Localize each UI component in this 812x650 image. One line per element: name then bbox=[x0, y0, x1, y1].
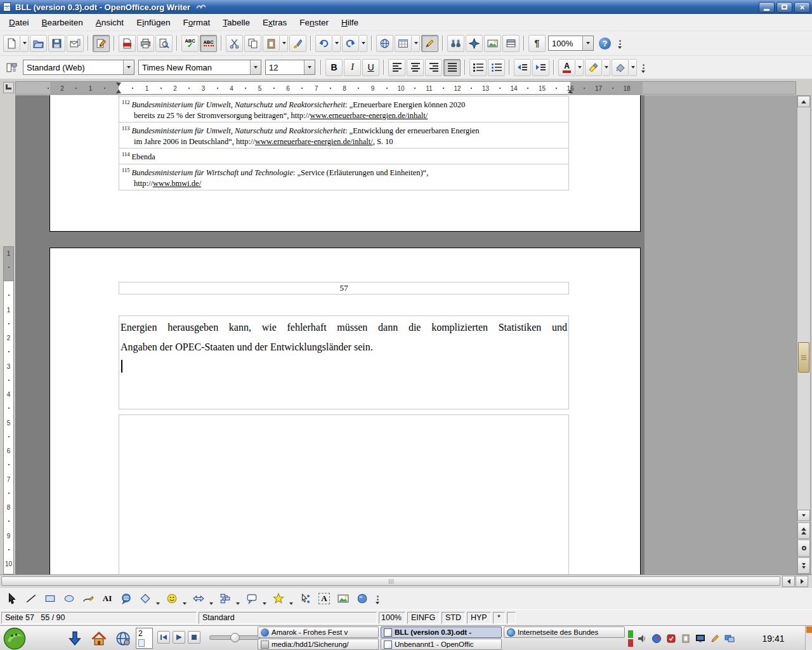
menu-extras[interactable]: Extras bbox=[256, 15, 293, 30]
background-color-button[interactable] bbox=[612, 59, 629, 76]
align-right-button[interactable] bbox=[425, 59, 442, 76]
decrease-indent-button[interactable] bbox=[514, 59, 531, 76]
numbered-list-button[interactable] bbox=[469, 59, 487, 76]
horizontal-ruler[interactable]: 12123456789101112131415161718 bbox=[15, 81, 796, 95]
task-button[interactable]: media:/hdd1/Sicherung/ bbox=[258, 639, 379, 650]
menu-bearbeiten[interactable]: Bearbeiten bbox=[36, 15, 89, 30]
italic-button[interactable]: I bbox=[344, 59, 361, 76]
task-button[interactable]: Unbenannt1 - OpenOffic bbox=[381, 639, 502, 650]
styles-window-button[interactable] bbox=[3, 59, 20, 76]
gallery-button[interactable] bbox=[484, 35, 501, 52]
menu-tabelle[interactable]: Tabelle bbox=[216, 15, 256, 30]
scroll-left-button[interactable] bbox=[782, 576, 795, 587]
bullet-list-button[interactable] bbox=[488, 59, 505, 76]
page-header[interactable]: 57 bbox=[119, 282, 569, 295]
undo-dropdown[interactable] bbox=[333, 35, 341, 52]
klipper-tray-icon[interactable] bbox=[665, 633, 677, 644]
show-draw-functions-button[interactable] bbox=[421, 35, 438, 52]
scroll-right-button[interactable] bbox=[796, 576, 808, 587]
status-page-info[interactable]: Seite 57 55 / 90 bbox=[1, 612, 197, 624]
paste-button[interactable] bbox=[263, 35, 280, 52]
left-indent-marker[interactable] bbox=[116, 90, 121, 93]
text-tool-button[interactable]: AI bbox=[98, 590, 116, 607]
basic-shapes-dropdown[interactable] bbox=[155, 590, 161, 607]
increase-indent-button[interactable] bbox=[532, 59, 549, 76]
horizontal-scrollbar[interactable] bbox=[0, 574, 812, 587]
body-text-frame[interactable]: Energien herausgeben kann, wie fehlerhaf… bbox=[119, 315, 569, 409]
spellcheck-button[interactable]: ABC✓ bbox=[181, 35, 199, 52]
callouts-dropdown[interactable] bbox=[261, 590, 268, 607]
stars-button[interactable] bbox=[270, 590, 287, 607]
block-arrows-dropdown[interactable] bbox=[208, 590, 214, 607]
background-color-dropdown[interactable] bbox=[629, 59, 637, 76]
font-name-combo[interactable]: Times New Roman bbox=[138, 60, 261, 75]
footnote-link[interactable]: www.erneuerbare-energien.de/inhalt/ bbox=[255, 137, 373, 146]
slider-knob[interactable] bbox=[230, 633, 240, 642]
find-replace-button[interactable] bbox=[447, 35, 464, 52]
previous-page-button[interactable] bbox=[797, 522, 810, 539]
menu-einfügen[interactable]: Einfügen bbox=[130, 15, 176, 30]
desktop-pager[interactable]: 2 bbox=[136, 628, 153, 649]
panel-hide-button[interactable] bbox=[805, 626, 812, 650]
align-left-button[interactable] bbox=[388, 59, 405, 76]
paragraph-style-dropdown[interactable] bbox=[123, 60, 134, 74]
footnote-link[interactable]: www.bmwi.de/ bbox=[153, 179, 201, 188]
select-tool-button[interactable] bbox=[3, 590, 21, 607]
ellipse-tool-button[interactable] bbox=[60, 590, 78, 607]
vertical-ruler[interactable]: 112345678910 bbox=[3, 95, 14, 574]
highlighting-button[interactable] bbox=[585, 59, 602, 76]
new-document-dropdown[interactable] bbox=[21, 35, 29, 52]
tab-stop-selector[interactable] bbox=[3, 82, 14, 93]
save-button[interactable] bbox=[48, 35, 65, 52]
font-size-combo[interactable]: 12 bbox=[265, 60, 315, 75]
rectangle-tool-button[interactable] bbox=[41, 590, 59, 607]
from-file-button[interactable] bbox=[334, 590, 352, 607]
footnote-table[interactable]: 112Bundesministerium für Umwelt, Natursc… bbox=[119, 96, 569, 190]
task-button[interactable]: Amarok - Frohes Fest v bbox=[258, 627, 379, 638]
amarok-tray-icon[interactable] bbox=[651, 633, 662, 644]
scroll-down-button[interactable] bbox=[797, 510, 810, 521]
clipboard-tray-icon[interactable] bbox=[680, 633, 691, 644]
callout-tool-button[interactable] bbox=[117, 590, 135, 607]
flowcharts-dropdown[interactable] bbox=[235, 590, 241, 607]
block-arrows-button[interactable] bbox=[190, 590, 207, 607]
drawing-toolbar-overflow[interactable] bbox=[373, 590, 382, 607]
footnote-row[interactable]: 115Bundesministerium für Wirtschaft und … bbox=[119, 164, 568, 190]
hyperlink-button[interactable] bbox=[376, 35, 393, 52]
page-preview-button[interactable] bbox=[155, 35, 173, 52]
line-tool-button[interactable] bbox=[22, 590, 40, 607]
print-button[interactable] bbox=[137, 35, 154, 52]
undo-button[interactable] bbox=[315, 35, 332, 52]
copy-button[interactable] bbox=[244, 35, 261, 52]
minimize-button[interactable] bbox=[759, 2, 775, 13]
footnote-row[interactable]: 113Bundesministerium für Umwelt, Natursc… bbox=[119, 122, 568, 148]
font-size-dropdown[interactable] bbox=[304, 60, 315, 74]
stars-dropdown[interactable] bbox=[288, 590, 294, 607]
stylus-tray-icon[interactable] bbox=[709, 633, 721, 644]
navigation-button[interactable] bbox=[797, 540, 810, 557]
zoom-combo[interactable]: 100% bbox=[548, 36, 594, 51]
volume-tray-icon[interactable] bbox=[636, 633, 648, 644]
auto-spellcheck-button[interactable]: ABC bbox=[200, 35, 217, 52]
standard-toolbar-overflow[interactable] bbox=[615, 35, 624, 51]
cut-button[interactable] bbox=[226, 35, 243, 52]
status-hyperlink-mode[interactable]: HYP bbox=[467, 612, 491, 624]
media-stop-button[interactable] bbox=[188, 631, 200, 644]
help-button[interactable]: ? bbox=[596, 35, 613, 52]
paragraph-style-combo[interactable]: Standard (Web) bbox=[23, 60, 134, 75]
quicklaunch-browser-button[interactable] bbox=[113, 628, 133, 649]
formatting-toolbar-overflow[interactable] bbox=[639, 59, 648, 76]
status-zoom[interactable]: 100% bbox=[379, 612, 405, 624]
media-volume-slider[interactable] bbox=[209, 635, 260, 640]
insert-table-dropdown[interactable] bbox=[412, 35, 420, 52]
status-insert-mode[interactable]: EINFG bbox=[407, 612, 440, 624]
footnote-link[interactable]: www.erneuerbare-energien.de/inhalt/ bbox=[310, 111, 428, 120]
next-page-button[interactable] bbox=[797, 557, 810, 574]
status-page-style[interactable]: Standard bbox=[199, 612, 377, 624]
vertical-scrollbar[interactable] bbox=[797, 95, 811, 574]
vertical-scroll-thumb[interactable] bbox=[798, 342, 809, 373]
task-button[interactable]: BLL (version 0.3).odt - bbox=[381, 627, 502, 638]
media-play-button[interactable] bbox=[173, 631, 185, 644]
data-sources-button[interactable] bbox=[502, 35, 520, 52]
edit-file-button[interactable] bbox=[93, 35, 110, 52]
